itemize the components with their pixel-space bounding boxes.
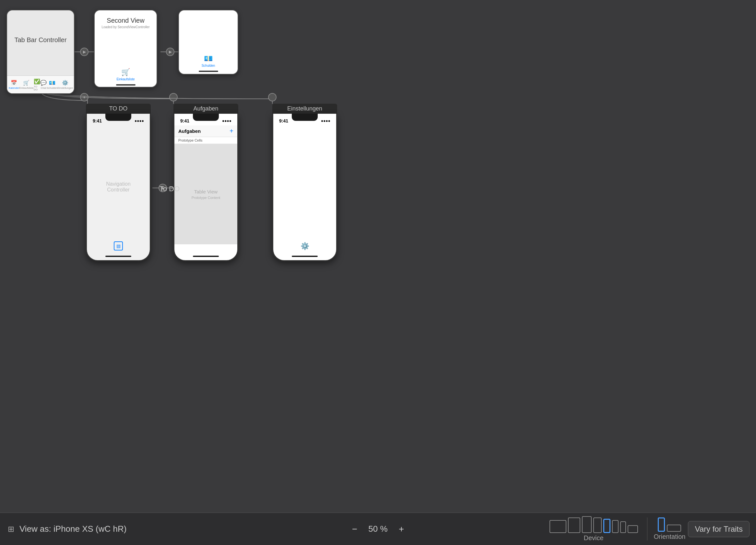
aufgaben-controller-label: Aufgaben <box>173 104 238 114</box>
aufgaben-time: 9:41 <box>180 118 189 124</box>
svg-point-8 <box>80 93 88 101</box>
tab-einkaufsliste: 🛒 Einkaufsliste <box>19 80 34 89</box>
table-view-text: Table View <box>194 189 218 195</box>
nav-signal: ●●●● <box>135 119 144 123</box>
svg-point-6 <box>166 48 174 56</box>
view-as-label: View as: iPhone XS (wC hR) <box>19 524 126 534</box>
third-frame-label: Schulden <box>202 64 215 67</box>
nav-tab-icon: ▤ <box>114 242 123 251</box>
kalender-label: Kalender <box>9 87 19 89</box>
aufgaben-controller-wrapper: Aufgaben 9:41 ●●●● Aufgaben + Prototype … <box>173 104 238 261</box>
zoom-controls: − 50 % + <box>349 523 407 536</box>
zoom-in-button[interactable]: + <box>396 523 407 536</box>
tab-bar-frame: Tab Bar Controller 📅 Kalender 🛒 Einkaufs… <box>6 10 75 94</box>
device-iphone-large[interactable] <box>582 516 592 533</box>
prototype-cells-label: Prototype Cells <box>174 137 237 144</box>
second-view-frame: Second View Loaded by SecondViewControll… <box>94 10 157 88</box>
kalender-icon: 📅 <box>11 80 17 86</box>
tab-einstellungen: ⚙️ Einstellungen <box>57 80 73 89</box>
nav-controller-label: TO DO <box>86 104 151 114</box>
tab-bar-title: Tab Bar Controller <box>14 36 66 43</box>
aufgaben-nav-bar: Aufgaben + <box>174 125 237 137</box>
device-iphone-xs[interactable] <box>612 520 619 533</box>
toolbar-right: Device Orientation Vary for Traits <box>549 516 750 542</box>
aufgaben-phone: 9:41 ●●●● Aufgaben + Prototype Cells Tab… <box>173 114 238 261</box>
device-icons-row <box>549 516 638 533</box>
einstellungen-controller-label: Einstellungen <box>272 104 337 114</box>
einkauf-icon: 🛒 <box>23 80 30 86</box>
tab-bar-bottom: 📅 Kalender 🛒 Einkaufsliste ✅ TO DO 💬 Cha… <box>7 76 74 93</box>
device-group: Device <box>549 516 638 542</box>
nav-notch <box>105 114 131 121</box>
nav-controller-phone: 9:41 ●●●● Navigation Controller ▤ <box>86 114 151 261</box>
aufgaben-signal: ●●●● <box>222 119 231 123</box>
orientation-label: Orientation <box>654 533 686 540</box>
third-frame-controller: 💶 Schulden <box>178 10 238 75</box>
svg-point-10 <box>170 93 177 101</box>
sidebar-toggle-button[interactable]: ⊞ <box>6 523 16 535</box>
svg-text:●: ● <box>83 95 85 100</box>
tab-schulden: 💶 Schulden <box>47 80 57 89</box>
bottom-toolbar: ⊞ View as: iPhone XS (wC hR) − 50 % + De… <box>0 513 756 545</box>
orientation-icons-row <box>658 517 681 532</box>
einstellungen-time: 9:41 <box>279 118 288 124</box>
toolbar-left: ⊞ View as: iPhone XS (wC hR) <box>6 523 549 535</box>
third-frame-box: 💶 Schulden <box>178 10 238 75</box>
einstellungen-bottom-icon: ⚙️ <box>301 242 309 251</box>
einstellungen-controller-wrapper: Einstellungen 9:41 ●●●● ⚙️ <box>272 104 337 261</box>
chat-icon: 💬 <box>40 80 47 86</box>
chat-label: Chat <box>41 87 46 89</box>
nav-text: Navigation Controller <box>106 181 131 193</box>
nav-time: 9:41 <box>93 118 102 124</box>
orientation-section: Orientation <box>647 517 686 540</box>
einstellungen-icon: ⚙️ <box>62 80 68 86</box>
nav-controller-wrapper: TO DO 9:41 ●●●● Navigation Controller ▤ <box>86 104 151 261</box>
nav-center-text: Navigation Controller <box>103 181 134 193</box>
second-view-header: Second View Loaded by SecondViewControll… <box>95 10 157 30</box>
einstellungen-notch <box>292 114 318 121</box>
device-iphone-se[interactable] <box>620 521 626 533</box>
second-view-subtitle: Loaded by SecondViewController <box>100 25 152 29</box>
device-iphone-small-active[interactable] <box>603 519 610 533</box>
svg-text:▶: ▶ <box>169 50 172 54</box>
schulden-label: Schulden <box>47 87 57 89</box>
aufgaben-nav-title: Aufgaben <box>178 128 201 134</box>
third-frame-home-bar <box>199 71 218 72</box>
schulden-icon: 💶 <box>49 80 55 86</box>
todo-tab-label: TO DO <box>34 85 40 91</box>
vary-traits-button[interactable]: Vary for Traits <box>688 521 750 537</box>
tab-chat: 💬 Chat <box>40 80 47 89</box>
aufgaben-plus-icon[interactable]: + <box>230 127 233 135</box>
aufgaben-notch <box>193 114 219 121</box>
second-view-bottom-icon: 🛒 <box>121 68 130 77</box>
orientation-portrait-active[interactable] <box>658 517 665 532</box>
svg-point-11 <box>268 93 276 101</box>
second-view-home-bar <box>116 84 136 86</box>
einstellungen-signal: ●●●● <box>321 119 330 123</box>
device-ipad-landscape[interactable] <box>549 520 566 533</box>
device-ipad-portrait[interactable] <box>568 517 580 533</box>
tab-kalender: 📅 Kalender <box>9 80 19 89</box>
second-view-title: Second View <box>100 17 152 24</box>
third-frame-icon: 💶 <box>204 54 213 63</box>
nav-home-bar <box>105 256 131 257</box>
svg-point-2 <box>80 48 88 56</box>
second-view-bottom-label: Einkaufsliste <box>116 77 135 81</box>
device-label: Device <box>584 534 603 542</box>
todo-icon: ✅ <box>34 78 40 85</box>
zoom-level-display: 50 % <box>365 524 391 534</box>
svg-text:▶: ▶ <box>83 50 86 54</box>
orientation-landscape[interactable] <box>667 525 681 532</box>
einstellungen-phone: 9:41 ●●●● ⚙️ <box>272 114 337 261</box>
prototype-content-text: Prototype Content <box>192 196 220 200</box>
nav-bottom-icon: ▤ <box>114 242 123 251</box>
device-iphone-medium[interactable] <box>593 517 602 533</box>
second-view-controller: Second View Loaded by SecondViewControll… <box>94 10 157 88</box>
einkauf-label: Einkaufsliste <box>19 87 34 89</box>
device-apple-watch[interactable] <box>628 525 638 533</box>
storyboard-canvas: ▶ ▶ ● ▶ Tab Bar Controller 📅 <box>0 0 756 513</box>
zoom-out-button[interactable]: − <box>349 523 360 536</box>
tab-todo: ✅ TO DO <box>34 78 40 91</box>
orientation-group: Orientation <box>654 517 686 540</box>
einstellungen-label: Einstellungen <box>57 87 73 89</box>
